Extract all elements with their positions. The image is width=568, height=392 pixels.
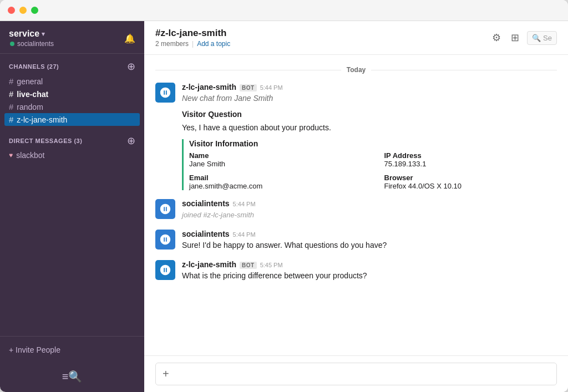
message-intro-text: New chat from Jane Smith xyxy=(182,93,557,104)
message-author: socialintents xyxy=(182,199,230,208)
invite-people-button[interactable]: + Invite People xyxy=(9,345,135,354)
bot-badge: BOT xyxy=(240,84,257,91)
channel-name-random: random xyxy=(17,103,43,111)
sidebar-item-general[interactable]: # general xyxy=(0,75,144,88)
grid-icon[interactable]: ⊞ xyxy=(509,29,521,46)
visitor-info-title: Visitor Information xyxy=(189,139,557,148)
email-value: jane.smith@acme.com xyxy=(189,182,362,190)
maximize-button[interactable] xyxy=(31,7,38,14)
browser-label: Browser xyxy=(384,174,557,182)
browser-value: Firefox 44.0/OS X 10.10 xyxy=(384,182,557,190)
name-value: Jane Smith xyxy=(189,160,362,168)
messages-area: Today z-lc-jane-smith BOT 5:44 PM New ch… xyxy=(144,55,568,355)
message-author: socialintents xyxy=(182,230,230,238)
dm-section: DIRECT MESSAGES (3) ⊕ ♥ slackbot xyxy=(0,128,144,164)
message-group: socialintents 5:44 PM joined #z-lc-jane-… xyxy=(155,199,557,221)
message-header: z-lc-jane-smith BOT 5:44 PM xyxy=(182,83,557,91)
bot-badge: BOT xyxy=(240,262,257,269)
message-group: z-lc-jane-smith BOT 5:45 PM What is the … xyxy=(155,260,557,282)
sidebar-item-z-lc-jane-smith[interactable]: # z-lc-jane-smith xyxy=(4,113,140,126)
visitor-question-text: Yes, I have a question about your produc… xyxy=(182,122,557,134)
menu-search-icon[interactable]: ≡🔍 xyxy=(62,370,83,383)
dm-item-slackbot[interactable]: ♥ slackbot xyxy=(0,149,144,161)
app-body: service ▾ socialintents 🔔 CHANNELS (27) … xyxy=(0,21,568,392)
message-author: z-lc-jane-smith xyxy=(182,83,236,91)
dm-header: DIRECT MESSAGES (3) ⊕ xyxy=(0,136,144,149)
sidebar-header: service ▾ socialintents 🔔 xyxy=(0,21,144,54)
email-label: Email xyxy=(189,174,362,182)
bell-icon[interactable]: 🔔 xyxy=(124,33,135,44)
hash-icon: # xyxy=(9,115,13,124)
message-body: z-lc-jane-smith BOT 5:44 PM New chat fro… xyxy=(182,83,557,190)
add-topic-link[interactable]: Add a topic xyxy=(197,40,230,48)
visitor-info-email: Email jane.smith@acme.com xyxy=(189,174,362,190)
joined-label: joined #z-lc-jane-smith xyxy=(182,211,254,219)
message-body: z-lc-jane-smith BOT 5:45 PM What is the … xyxy=(182,260,557,282)
add-attachment-button[interactable]: + xyxy=(163,368,169,380)
message-group: z-lc-jane-smith BOT 5:44 PM New chat fro… xyxy=(155,83,557,190)
username-label: socialintents xyxy=(17,40,54,48)
visitor-info-grid: Name Jane Smith IP Address 75.189.133.1 … xyxy=(189,151,557,190)
message-author: z-lc-jane-smith xyxy=(182,260,236,269)
joined-text: joined #z-lc-jane-smith xyxy=(182,209,557,221)
visitor-info-card: Visitor Information Name Jane Smith IP A… xyxy=(182,139,557,190)
online-status: socialintents xyxy=(9,40,54,48)
sidebar-bottom-bar: ≡🔍 xyxy=(0,363,144,392)
workspace-chevron-icon: ▾ xyxy=(42,30,45,38)
channels-label: CHANNELS (27) xyxy=(9,63,59,70)
members-count: 2 members xyxy=(155,40,189,48)
message-time: 5:44 PM xyxy=(260,84,283,91)
channel-title: #z-lc-jane-smith xyxy=(155,28,230,39)
channel-header: #z-lc-jane-smith 2 members | Add a topic… xyxy=(144,21,568,55)
message-input-box: + xyxy=(155,363,557,385)
hash-icon: # xyxy=(9,102,13,111)
avatar xyxy=(155,230,175,250)
main-content: #z-lc-jane-smith 2 members | Add a topic… xyxy=(144,21,568,392)
titlebar xyxy=(0,0,568,21)
channel-info: #z-lc-jane-smith 2 members | Add a topic xyxy=(155,28,230,48)
name-label: Name xyxy=(189,151,362,160)
avatar xyxy=(155,260,175,280)
search-icon: 🔍 xyxy=(532,34,541,42)
channel-name-general: general xyxy=(17,77,43,86)
workspace-info: service ▾ socialintents xyxy=(9,29,54,48)
visitor-question-card: Visitor Question Yes, I have a question … xyxy=(182,110,557,134)
online-indicator xyxy=(10,42,14,46)
workspace-label: service xyxy=(9,29,39,39)
meta-separator: | xyxy=(192,40,194,48)
message-body: socialintents 5:44 PM Sure! I'd be happy… xyxy=(182,230,557,251)
heart-icon: ♥ xyxy=(9,151,13,159)
workspace-name[interactable]: service ▾ xyxy=(9,29,54,39)
message-input[interactable] xyxy=(175,370,550,379)
dm-label: DIRECT MESSAGES (3) xyxy=(9,138,82,144)
sidebar: service ▾ socialintents 🔔 CHANNELS (27) … xyxy=(0,21,144,392)
invite-people-label: + Invite People xyxy=(9,345,60,354)
search-box[interactable]: 🔍 Se xyxy=(527,31,557,45)
message-group: socialintents 5:44 PM Sure! I'd be happy… xyxy=(155,230,557,251)
visitor-info-browser: Browser Firefox 44.0/OS X 10.10 xyxy=(384,174,557,190)
search-placeholder: Se xyxy=(543,34,552,42)
message-time: 5:44 PM xyxy=(233,231,256,238)
sidebar-item-live-chat[interactable]: # live-chat xyxy=(0,88,144,100)
visitor-question-title: Visitor Question xyxy=(182,110,557,119)
close-button[interactable] xyxy=(8,7,15,14)
day-divider-label: Today xyxy=(347,66,366,74)
message-header: z-lc-jane-smith BOT 5:45 PM xyxy=(182,260,557,269)
ip-label: IP Address xyxy=(384,151,557,160)
gear-icon[interactable]: ⚙ xyxy=(490,29,503,46)
hash-icon: # xyxy=(9,89,13,99)
channel-meta: 2 members | Add a topic xyxy=(155,40,230,48)
message-time: 5:44 PM xyxy=(233,201,256,207)
sidebar-item-random[interactable]: # random xyxy=(0,100,144,113)
add-dm-button[interactable]: ⊕ xyxy=(127,136,135,146)
message-text: What is the pricing difference between y… xyxy=(182,270,557,282)
channel-name-live-chat: live-chat xyxy=(17,90,48,99)
add-channel-button[interactable]: ⊕ xyxy=(127,62,135,72)
sidebar-footer: + Invite People xyxy=(0,336,144,363)
app-window: service ▾ socialintents 🔔 CHANNELS (27) … xyxy=(0,0,568,392)
ip-value: 75.189.133.1 xyxy=(384,160,557,168)
minimize-button[interactable] xyxy=(19,7,27,14)
channels-header: CHANNELS (27) ⊕ xyxy=(0,62,144,75)
visitor-info-ip: IP Address 75.189.133.1 xyxy=(384,151,557,168)
channels-section: CHANNELS (27) ⊕ # general # live-chat # … xyxy=(0,54,144,128)
